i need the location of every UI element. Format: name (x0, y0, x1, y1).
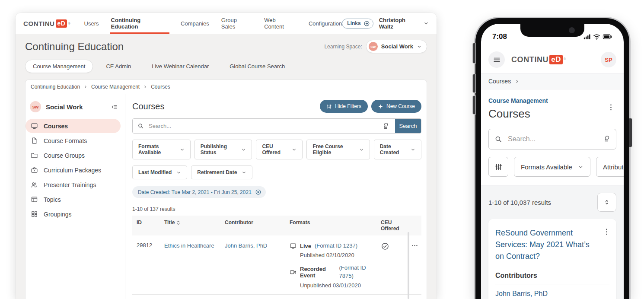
chevron-down-icon (411, 147, 415, 152)
filter-retirement-date[interactable]: Retirement Date (191, 165, 252, 179)
links-button[interactable]: Links (342, 19, 373, 29)
chevron-down-icon (417, 44, 422, 49)
filters-row-2: Last Modified Retirement Date (132, 165, 421, 179)
filter-label: Publishing Status (201, 143, 237, 156)
nav-right: Links Christoph Waltz (342, 13, 429, 34)
sidebar-item-label: Groupings (44, 211, 72, 218)
sidebar-item-curriculum-packages[interactable]: Curriculum Packages (26, 163, 121, 177)
remove-filter-icon[interactable] (255, 189, 261, 195)
card-actions-menu[interactable] (603, 228, 611, 236)
file-icon (31, 137, 38, 144)
breadcrumb-item[interactable]: Course Management (91, 84, 140, 90)
format-status: Published 02/10/2020 (300, 252, 375, 258)
search-icon (137, 123, 144, 129)
filter-ceu-offered[interactable]: CEU Offered (256, 140, 303, 159)
breadcrumb-item[interactable]: Courses (151, 84, 170, 90)
table-scrollbar[interactable] (408, 232, 409, 299)
sidebar-item-groupings[interactable]: Groupings (26, 207, 121, 221)
column-header-formats: Formats (285, 216, 376, 229)
user-menu[interactable]: Christoph Waltz (379, 17, 429, 30)
status-time: 7:08 (492, 32, 507, 41)
filter-label: Free Course Eligible (312, 143, 354, 156)
nav-item-group-sales[interactable]: Group Sales (221, 13, 252, 34)
filter-formats-available[interactable]: Formats Available (132, 140, 191, 159)
breadcrumb-item[interactable]: Courses (488, 78, 511, 85)
contributor-link[interactable]: John Barris, PhD (495, 290, 609, 298)
links-label: Links (347, 20, 360, 26)
tab-global-course-search[interactable]: Global Course Search (222, 60, 293, 73)
course-card: ReSound Government Services: May 2021 Wh… (488, 219, 616, 299)
learning-space-name: Social Work (381, 43, 413, 50)
sidebar-item-presenter-trainings[interactable]: Presenter Trainings (26, 178, 121, 192)
nav-item-continuing-education[interactable]: Continuing Education (111, 13, 169, 34)
sort-icon[interactable] (176, 220, 180, 225)
breadcrumb-item[interactable]: Continuing Education (31, 84, 80, 90)
sidebar-item-course-groups[interactable]: Course Groups (26, 148, 121, 162)
sidebar-item-courses[interactable]: Courses (26, 119, 121, 133)
filter-attributes[interactable]: Attributes (596, 157, 624, 177)
phone-status-bar: 7:08 (481, 24, 624, 46)
contributor-link[interactable]: John Barris, PhD (225, 242, 267, 249)
phone-screen: 7:08 continu eD ® SP (481, 24, 624, 299)
breadcrumb: Continuing Education Course Management C… (26, 80, 427, 94)
courses-table: ID Title Contributor Formats (132, 216, 421, 299)
table-header: ID Title Contributor Formats (132, 216, 421, 235)
page-actions-menu[interactable] (607, 103, 615, 111)
hide-filters-button[interactable]: Hide Filters (320, 100, 368, 113)
tab-course-management[interactable]: Course Management (25, 60, 93, 73)
search-button[interactable]: Search (395, 119, 421, 133)
filter-last-modified[interactable]: Last Modified (132, 165, 187, 179)
search-input[interactable] (507, 135, 598, 143)
search-input[interactable] (148, 122, 378, 130)
phone-notch (520, 24, 584, 37)
tab-ce-admin[interactable]: CE Admin (98, 60, 139, 73)
avatar[interactable]: SP (601, 52, 616, 67)
sidebar-collapse-icon[interactable] (111, 103, 118, 111)
nav-item-web-content[interactable]: Web Content (264, 13, 296, 34)
format-id-link[interactable]: (Format ID 7875) (339, 264, 375, 280)
phone-page-body: Course Management Courses (481, 89, 624, 299)
section-title: Courses (132, 102, 316, 111)
filter-publishing-status[interactable]: Publishing Status (194, 140, 252, 159)
new-course-label: New Course (386, 103, 415, 109)
filter-formats-available[interactable]: Formats Available (514, 157, 590, 177)
format-name: Live (300, 243, 311, 249)
filter-label: Formats Available (521, 163, 572, 171)
logo-badge: eD (56, 19, 67, 28)
sliders-icon (326, 104, 332, 109)
chevron-down-icon (180, 147, 185, 152)
advanced-search-icon[interactable] (382, 122, 389, 130)
folder-icon (31, 152, 38, 159)
search-icon (494, 135, 502, 143)
format-id-link[interactable]: (Format ID 1237) (315, 242, 357, 250)
logo-text: continu (23, 20, 55, 27)
continued-logo[interactable]: continu eD ® (511, 55, 566, 64)
filter-date-created[interactable]: Date Created (374, 140, 421, 159)
new-course-button[interactable]: New Course (371, 100, 421, 113)
sort-button[interactable] (597, 193, 616, 212)
tab-live-webinar-calendar[interactable]: Live Webinar Calendar (144, 60, 217, 73)
learning-space-control: Learning Space: sw Social Work (324, 40, 427, 53)
learning-space-select[interactable]: sw Social Work (366, 40, 427, 53)
parent-section-link[interactable]: Course Management (488, 97, 616, 104)
learning-space-label: Learning Space: (324, 44, 362, 50)
filter-free-course-eligible[interactable]: Free Course Eligible (306, 140, 370, 159)
course-title-link[interactable]: ReSound Government Services: May 2021 Wh… (495, 227, 609, 262)
battery-icon (603, 34, 612, 40)
screenshot-canvas: continu eD ® Users Continuing Education … (0, 0, 644, 299)
nav-item-users[interactable]: Users (84, 13, 99, 34)
filters-toggle-button[interactable] (488, 157, 508, 177)
column-header-ceu-offered: CEU Offered (376, 216, 407, 235)
contributors-heading: Contributors (495, 272, 609, 284)
advanced-search-icon[interactable] (603, 135, 611, 143)
nav-item-companies[interactable]: Companies (181, 13, 209, 34)
space-name: Social Work (46, 103, 106, 111)
continued-logo[interactable]: continu eD ® (23, 19, 70, 28)
chevron-down-icon (292, 147, 296, 152)
sidebar-item-topics[interactable]: Topics (26, 192, 121, 207)
nav-item-configuration[interactable]: Configuration (309, 13, 342, 34)
course-title-link[interactable]: Ethics in Healthcare (164, 242, 214, 249)
results-count: 1-10 of 10,037 results (488, 199, 551, 206)
sidebar-item-course-formats[interactable]: Course Formats (26, 134, 121, 148)
hamburger-menu-icon[interactable] (488, 51, 505, 68)
